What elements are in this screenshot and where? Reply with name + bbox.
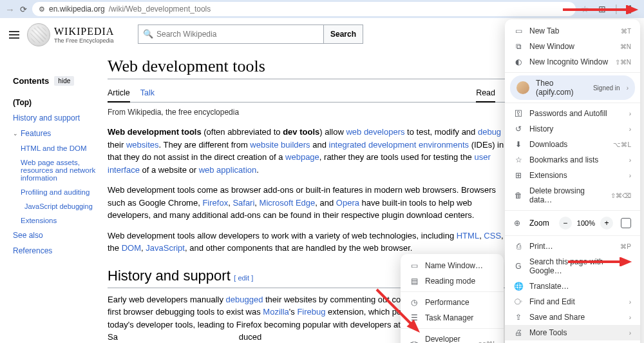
link-debugged[interactable]: debugged [226,295,263,304]
link-website-builders[interactable]: website builders [250,140,310,150]
toc-header: Contents [13,76,49,86]
para-3: Web development tools allow developers t… [108,230,510,255]
menu-find[interactable]: ⧂Find and Edit› [505,294,640,309]
toc-seealso[interactable]: See also [13,228,101,243]
download-icon: ⬇ [514,140,523,149]
link-webapp[interactable]: web application [199,165,257,175]
toc-top[interactable]: (Top) [13,95,101,110]
chevron-right-icon: › [627,84,629,92]
url-domain: en.wikipedia.org [49,5,105,14]
hamburger-icon[interactable] [6,28,22,41]
fullscreen-icon[interactable] [621,218,631,228]
menu-incognito[interactable]: ◐New Incognito Window⇧⌘N [505,54,640,70]
submenu-name-window[interactable]: ▭Name Window… [401,258,504,273]
find-icon: ⧂ [514,297,523,306]
svg-line-2 [377,289,412,325]
link-web-developers[interactable]: web developers [346,127,404,137]
link-css[interactable]: CSS [484,231,501,240]
toc-sidebar: Contents hide (Top) History and support … [0,18,106,343]
code-icon: <> [410,339,419,343]
para-1: Web development tools (often abbreviated… [108,126,510,176]
tab-icon: ▭ [514,26,523,35]
menu-history[interactable]: ↺History› [505,121,640,137]
key-icon: ⚿ [514,109,523,118]
trash-icon: 🗑 [514,191,523,200]
annotation-arrow-2 [568,257,632,266]
menu-new-window[interactable]: ⧉New Window⌘N [505,39,640,54]
incognito-icon: ◐ [514,57,523,66]
share-icon: ⇪ [514,313,523,322]
menu-passwords[interactable]: ⚿Passwords and Autofill› [505,106,640,121]
window-icon: ▭ [410,261,419,270]
menu-translate[interactable]: 🌐Translate… [505,279,640,294]
link-mozilla[interactable]: Mozilla [263,307,289,317]
browser-toolbar: → ⟳ ⚙ en.wikipedia.org/wiki/Web_developm… [0,0,644,18]
menu-more-tools[interactable]: 🖨More Tools› [505,325,640,340]
menu-print[interactable]: ⎙Print…⌘P [505,239,640,254]
link-webpage[interactable]: webpage [285,152,319,162]
link-debug[interactable]: debug [478,127,501,137]
menu-delete-data[interactable]: 🗑Delete browsing data…⇧⌘⌫ [505,183,640,208]
para-2: Web development tools come as browser ad… [108,184,510,222]
link-js[interactable]: JavaScript [146,243,185,253]
zoom-out-button[interactable]: − [559,217,572,230]
link-dom[interactable]: DOM [122,243,141,253]
menu-new-tab[interactable]: ▭New Tab⌘T [505,23,640,39]
link-ide[interactable]: integrated development environments [329,140,469,150]
tab-read[interactable]: Read [476,84,495,103]
annotation-arrow-3 [374,286,425,338]
link-firebug[interactable]: Firebug [297,307,325,317]
wiki-tagline: The Free Encyclopedia [54,37,114,44]
link-opera[interactable]: Opera [336,198,359,208]
zoom-value: 100% [577,219,595,227]
toc-hide-button[interactable]: hide [54,76,74,86]
toc-profiling[interactable]: Profiling and auditing [13,185,101,199]
toc-references[interactable]: References [13,243,101,259]
tab-article[interactable]: Article [108,84,130,103]
menu-save-share[interactable]: ⇪Save and Share› [505,309,640,325]
toc-html-dom[interactable]: HTML and the DOM [13,141,101,155]
forward-icon[interactable]: → [5,4,15,15]
edit-section-link[interactable]: [ edit ] [234,274,253,282]
menu-bookmarks[interactable]: ☆Bookmarks and lists› [505,152,640,168]
link-edge[interactable]: Microsoft Edge [260,198,316,208]
toc-extensions[interactable]: Extensions [13,213,101,228]
menu-downloads[interactable]: ⬇Downloads⌥⌘L [505,137,640,152]
translate-icon: 🌐 [514,282,523,291]
wiki-name: Wikipedia [54,26,114,37]
menu-zoom: ⊕Zoom − 100% + [505,213,640,233]
toc-assets[interactable]: Web page assets, resources and network i… [13,155,101,185]
tools-icon: 🖨 [514,328,523,337]
url-path: /wiki/Web_development_tools [109,5,211,14]
url-bar[interactable]: ⚙ en.wikipedia.org/wiki/Web_development_… [32,2,576,16]
book-icon: ▤ [410,277,419,286]
google-icon: G [514,262,523,271]
toc-history[interactable]: History and support [13,110,101,126]
print-icon: ⎙ [514,242,523,251]
globe-icon [27,23,50,46]
link-firefox[interactable]: Firefox [202,198,228,208]
history-icon: ↺ [514,124,523,133]
link-safari[interactable]: Safari [232,198,254,208]
site-settings-icon[interactable]: ⚙ [39,5,45,14]
zoom-icon: ⊕ [514,219,523,228]
chrome-main-menu: ▭New Tab⌘T ⧉New Window⌘N ◐New Incognito … [505,19,640,343]
annotation-arrow-1 [563,5,640,14]
menu-account[interactable]: Theo (apify.com) Signed in › [510,75,635,100]
link-html[interactable]: HTML [457,231,479,240]
wiki-logo[interactable]: Wikipedia The Free Encyclopedia [27,23,114,46]
puzzle-icon: ⊞ [514,171,523,180]
avatar-icon [516,81,529,94]
wiki-header: Wikipedia The Free Encyclopedia [6,23,114,46]
chevron-down-icon: ⌄ [13,130,18,137]
window-icon: ⧉ [514,42,523,51]
reload-icon[interactable]: ⟳ [20,5,27,14]
toc-features[interactable]: ⌄ Features [13,126,101,141]
menu-extensions[interactable]: ⊞Extensions› [505,168,640,183]
link-websites[interactable]: websites [126,140,159,150]
star-icon: ☆ [514,155,523,164]
toc-jsdebug[interactable]: JavaScript debugging [13,199,101,213]
tab-talk[interactable]: Talk [140,84,155,102]
zoom-in-button[interactable]: + [600,217,613,230]
